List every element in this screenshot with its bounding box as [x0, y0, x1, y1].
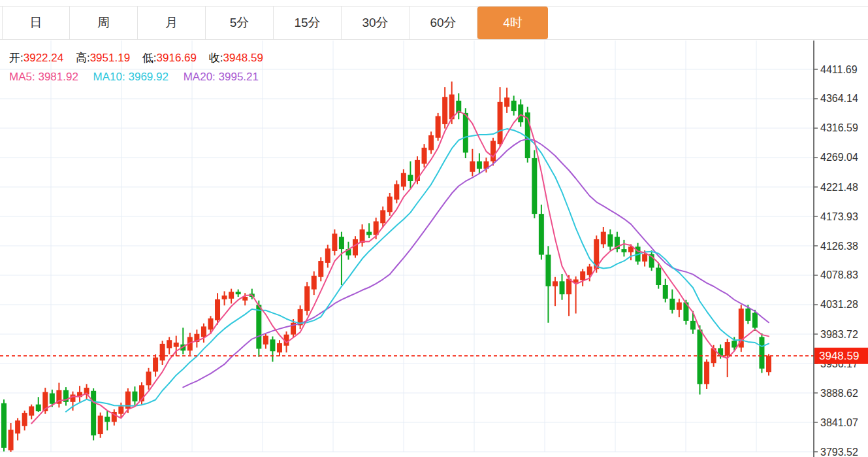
candle-up — [387, 197, 393, 212]
ma5-pair: MA5: 3981.92 — [9, 71, 78, 83]
candle-down — [518, 105, 523, 122]
candle-up — [394, 184, 399, 200]
y-tick-label: 3888.62 — [820, 388, 858, 399]
ma20-label: MA20: — [184, 71, 216, 83]
candle-down — [607, 234, 613, 246]
ma20-pair: MA20: 3995.21 — [184, 71, 259, 83]
candle-up — [153, 358, 158, 372]
candle-up — [725, 342, 730, 356]
candle-up — [642, 254, 647, 262]
tab-月[interactable]: 月 — [138, 7, 206, 39]
timeframe-tabbar: 日周月5分15分30分60分4时 — [0, 6, 868, 40]
candle-up — [422, 148, 427, 164]
candle-up — [704, 362, 709, 384]
candle-down — [339, 237, 344, 249]
candle-down — [256, 305, 261, 348]
candle-down — [270, 339, 275, 351]
ma-info-row: MA5: 3981.92 MA10: 3969.92 MA20: 3995.21 — [9, 71, 270, 84]
candle-down — [511, 101, 517, 111]
candle-down — [698, 330, 703, 384]
candle-up — [215, 299, 220, 320]
open-label: 开: — [9, 52, 24, 64]
candle-up — [490, 141, 496, 161]
candle-down — [745, 309, 750, 321]
candle-up — [174, 343, 179, 347]
ma20-value: 3995.21 — [219, 71, 259, 83]
candle-up — [553, 281, 558, 286]
y-tick-label: 4031.28 — [820, 299, 858, 310]
y-tick-label: 4364.14 — [820, 93, 858, 104]
ma10-value: 3969.92 — [128, 71, 168, 83]
candle-up — [442, 97, 447, 124]
high-pair: 高:3951.19 — [76, 52, 130, 64]
candle-up — [8, 430, 14, 450]
candle-up — [332, 233, 337, 250]
candle-down — [545, 255, 551, 286]
y-tick-label: 3793.52 — [820, 447, 858, 457]
y-axis: 4411.694364.144316.594269.044221.484173.… — [814, 41, 858, 457]
candle-up — [263, 336, 268, 345]
candle-down — [236, 292, 241, 294]
current-price-badge: 3948.59 — [814, 348, 868, 364]
candle-up — [580, 271, 585, 280]
candle-up — [312, 276, 317, 290]
candle-up — [504, 97, 509, 107]
candle-up — [498, 102, 503, 144]
ma5-value: 3981.92 — [38, 71, 78, 83]
candle-up — [118, 406, 123, 413]
candle-up — [677, 302, 682, 309]
y-tick-label: 4269.04 — [820, 152, 858, 163]
candle-down — [621, 249, 626, 252]
candle-down — [463, 113, 468, 153]
candle-down — [91, 391, 96, 435]
close-label: 收: — [209, 52, 223, 64]
candle-up — [766, 356, 771, 372]
tab-15分[interactable]: 15分 — [274, 7, 342, 39]
kline-chart-window: 日周月5分15分30分60分4时 开:3922.24 高:3951.19 低:3… — [0, 0, 868, 457]
high-value: 3951.19 — [90, 52, 130, 64]
candle-down — [408, 175, 413, 181]
candle-up — [318, 261, 323, 277]
y-tick-label: 4316.59 — [820, 122, 858, 133]
candle-up — [146, 371, 152, 385]
high-label: 高: — [76, 52, 90, 64]
candlestick-chart[interactable]: 4411.694364.144316.594269.044221.484173.… — [0, 0, 868, 457]
close-pair: 收:3948.59 — [209, 52, 263, 64]
tab-60分[interactable]: 60分 — [410, 7, 477, 39]
candle-up — [29, 406, 34, 415]
ma5-label: MA5: — [9, 71, 35, 83]
tab-4时[interactable]: 4时 — [477, 7, 548, 39]
candle-up — [436, 116, 441, 138]
ma10-label: MA10: — [93, 71, 125, 83]
candle-up — [70, 394, 75, 401]
grid-lines — [0, 41, 814, 452]
current-price-badge-text: 3948.59 — [819, 350, 859, 362]
candle-up — [15, 420, 20, 433]
candle-down — [759, 337, 764, 368]
candle-up — [304, 286, 310, 311]
candle-down — [532, 158, 537, 214]
tab-5分[interactable]: 5分 — [206, 7, 274, 39]
candle-down — [36, 405, 41, 411]
tab-30分[interactable]: 30分 — [342, 7, 410, 39]
candle-down — [690, 321, 696, 330]
tab-周[interactable]: 周 — [70, 7, 138, 39]
candle-up — [167, 340, 172, 348]
candle-up — [587, 267, 592, 275]
candle-up — [160, 344, 165, 361]
y-tick-label: 4173.93 — [820, 211, 858, 222]
candle-down — [1, 403, 7, 448]
y-tick-label: 4411.69 — [820, 64, 858, 75]
candle-up — [222, 296, 227, 299]
candle-down — [132, 392, 137, 401]
candle-up — [470, 161, 475, 172]
y-tick-label: 4221.48 — [820, 182, 858, 193]
tab-日[interactable]: 日 — [2, 7, 70, 39]
low-value: 3916.69 — [157, 52, 197, 64]
candle-up — [428, 135, 434, 150]
y-tick-label: 4126.38 — [820, 241, 858, 252]
y-tick-label: 3841.07 — [820, 417, 858, 428]
open-pair: 开:3922.24 — [9, 52, 63, 64]
ma10-pair: MA10: 3969.92 — [93, 71, 169, 83]
candle-up — [22, 413, 27, 426]
